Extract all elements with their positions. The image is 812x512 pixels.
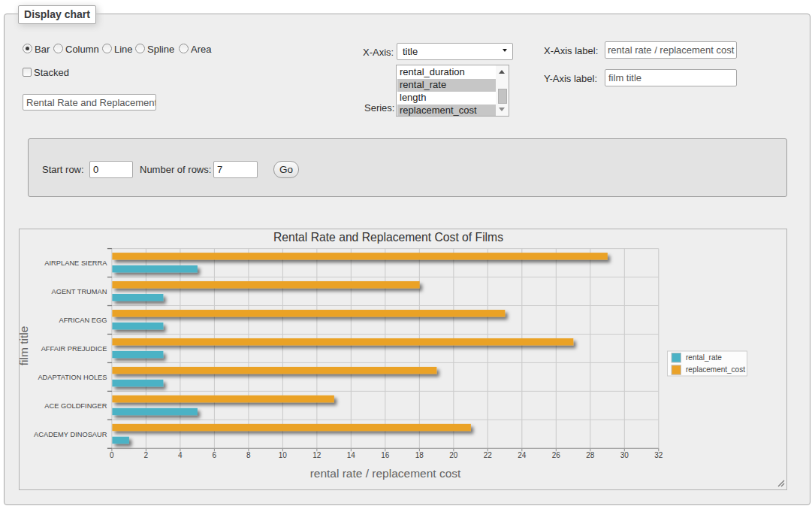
svg-text:4: 4 (178, 451, 183, 459)
svg-text:AGENT TRUMAN: AGENT TRUMAN (51, 288, 107, 295)
svg-text:26: 26 (552, 451, 561, 459)
svg-text:22: 22 (484, 451, 493, 459)
svg-text:AFFAIR PREJUDICE: AFFAIR PREJUDICE (41, 345, 107, 353)
svg-text:AFRICAN EGG: AFRICAN EGG (59, 317, 107, 324)
svg-text:18: 18 (415, 451, 424, 459)
svg-text:AIRPLANE SIERRA: AIRPLANE SIERRA (44, 259, 107, 267)
svg-text:8: 8 (246, 451, 251, 459)
svg-text:10: 10 (279, 451, 288, 459)
svg-text:Rental Rate and Replacement Co: Rental Rate and Replacement Cost of Film… (273, 231, 503, 244)
svg-text:rental_rate: rental_rate (686, 353, 722, 362)
svg-text:6: 6 (213, 451, 217, 459)
svg-text:ADAPTATION HOLES: ADAPTATION HOLES (38, 374, 107, 381)
svg-text:rental rate / replacement cost: rental rate / replacement cost (310, 467, 461, 480)
svg-text:ACE GOLDFINGER: ACE GOLDFINGER (44, 402, 107, 410)
svg-text:14: 14 (347, 451, 356, 459)
svg-text:28: 28 (586, 451, 595, 459)
svg-text:12: 12 (312, 451, 321, 459)
svg-text:replacement_cost: replacement_cost (686, 365, 745, 374)
svg-text:30: 30 (620, 451, 629, 459)
svg-text:2: 2 (144, 451, 149, 459)
svg-text:16: 16 (381, 451, 390, 459)
svg-text:film title: film title (17, 326, 30, 366)
svg-text:32: 32 (654, 451, 663, 459)
svg-text:0: 0 (110, 451, 114, 459)
svg-text:24: 24 (518, 451, 527, 459)
svg-text:ACADEMY DINOSAUR: ACADEMY DINOSAUR (34, 431, 107, 438)
svg-text:20: 20 (449, 451, 458, 459)
